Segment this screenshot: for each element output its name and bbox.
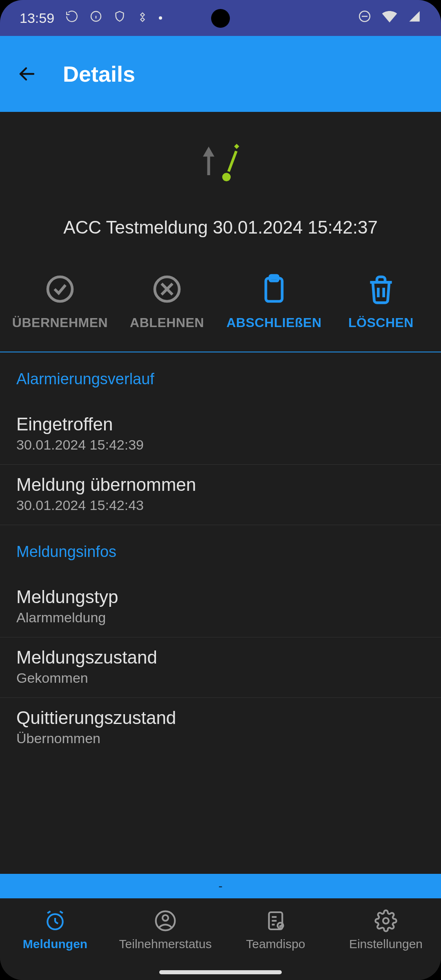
- svg-point-20: [163, 915, 168, 921]
- hero-block: ACC Testmeldung 30.01.2024 15:42:37: [0, 112, 441, 254]
- dot-icon: [159, 16, 162, 20]
- content[interactable]: ACC Testmeldung 30.01.2024 15:42:37 ÜBER…: [0, 112, 441, 898]
- signal-icon: [408, 9, 421, 27]
- alert-type-icon: [200, 140, 241, 181]
- complete-button[interactable]: ABSCHLIEßEN: [220, 270, 327, 330]
- history-item[interactable]: Eingetroffen 30.01.2024 15:42:39: [0, 404, 441, 465]
- info-item-value: Übernommen: [16, 731, 425, 746]
- rotate-icon: [65, 9, 79, 27]
- info-item-value: Gekommen: [16, 670, 425, 686]
- gesture-bar[interactable]: [159, 970, 282, 974]
- alert-title: ACC Testmeldung 30.01.2024 15:42:37: [63, 217, 378, 238]
- clipboard-check-icon: [263, 908, 289, 934]
- clipboard-icon: [255, 270, 293, 308]
- nav-teilnehmerstatus[interactable]: Teilnehmerstatus: [110, 898, 220, 960]
- status-time: 13:59: [20, 10, 54, 26]
- info-item[interactable]: Quittierungszustand Übernommen: [0, 698, 441, 758]
- trash-icon: [362, 270, 400, 308]
- camera-hole: [211, 9, 230, 28]
- info-section-header: Meldungsinfos: [0, 525, 441, 577]
- history-item-timestamp: 30.01.2024 15:42:43: [16, 497, 425, 513]
- delete-button[interactable]: LÖSCHEN: [327, 270, 434, 330]
- shield-status-icon: [113, 10, 126, 26]
- nav-label: Teilnehmerstatus: [119, 937, 212, 951]
- phone-frame: 13:59: [0, 0, 441, 980]
- gear-icon: [373, 908, 399, 934]
- svg-line-16: [55, 922, 58, 924]
- check-circle-icon: [41, 270, 79, 308]
- accept-button[interactable]: ÜBERNEHMEN: [7, 270, 114, 330]
- info-item[interactable]: Meldungstyp Alarmmeldung: [0, 577, 441, 637]
- app-bar: Details: [0, 36, 441, 112]
- x-circle-icon: [148, 270, 186, 308]
- page-title: Details: [63, 61, 135, 87]
- history-item-title: Meldung übernommen: [16, 474, 425, 495]
- status-right: [358, 9, 421, 27]
- svg-line-17: [47, 911, 50, 913]
- svg-point-26: [383, 918, 389, 924]
- svg-line-18: [60, 911, 63, 913]
- info-status-icon: [89, 10, 102, 26]
- nav-label: Einstellungen: [349, 937, 423, 951]
- accept-label: ÜBERNEHMEN: [12, 315, 108, 330]
- delete-label: LÖSCHEN: [348, 315, 414, 330]
- svg-point-6: [48, 277, 72, 301]
- reject-button[interactable]: ABLEHNEN: [114, 270, 220, 330]
- complete-label: ABSCHLIEßEN: [226, 315, 321, 330]
- history-item-title: Eingetroffen: [16, 414, 425, 434]
- history-section-header: Alarmierungsverlauf: [0, 352, 441, 404]
- nav-teamdispo[interactable]: Teamdispo: [220, 898, 331, 960]
- nav-einstellungen[interactable]: Einstellungen: [331, 898, 441, 960]
- back-button[interactable]: [15, 62, 39, 86]
- bottom-nav: Meldungen Teilnehmerstatus Teamdispo Ein…: [0, 898, 441, 980]
- history-item-timestamp: 30.01.2024 15:42:39: [16, 437, 425, 453]
- alarm-clock-icon: [42, 908, 68, 934]
- reject-label: ABLEHNEN: [130, 315, 204, 330]
- diamond-status-icon: [137, 10, 148, 26]
- action-row: ÜBERNEHMEN ABLEHNEN ABSCHLIEßEN LÖSCHEN: [0, 254, 441, 352]
- history-item[interactable]: Meldung übernommen 30.01.2024 15:42:43: [0, 465, 441, 525]
- status-left: 13:59: [20, 9, 162, 27]
- info-item-value: Alarmmeldung: [16, 610, 425, 626]
- info-item[interactable]: Meldungszustand Gekommen: [0, 637, 441, 698]
- wifi-icon: [381, 9, 398, 27]
- nav-meldungen[interactable]: Meldungen: [0, 898, 110, 960]
- info-item-label: Meldungstyp: [16, 587, 425, 607]
- nav-label: Teamdispo: [246, 937, 305, 951]
- user-circle-icon: [152, 908, 178, 934]
- info-item-label: Meldungszustand: [16, 647, 425, 668]
- bottom-strip-text: -: [218, 879, 223, 893]
- nav-label: Meldungen: [23, 937, 87, 951]
- info-item-label: Quittierungszustand: [16, 708, 425, 728]
- dnd-icon: [358, 9, 372, 27]
- bottom-strip[interactable]: -: [0, 874, 441, 898]
